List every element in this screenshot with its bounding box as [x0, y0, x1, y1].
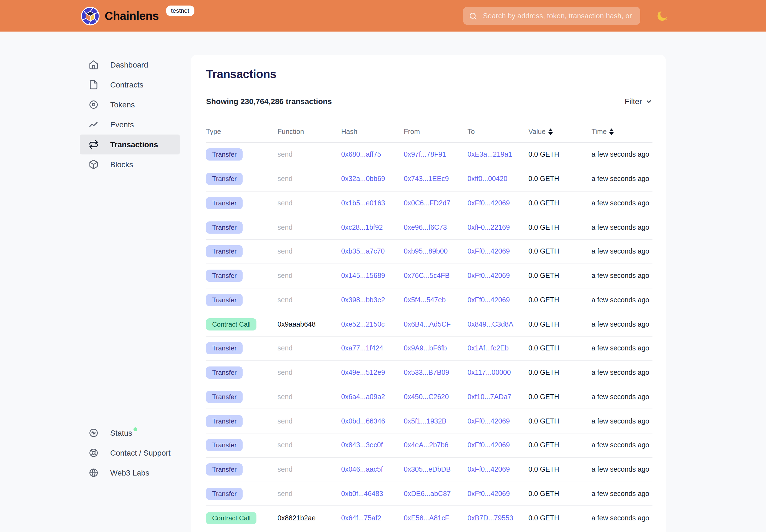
function-cell: send: [277, 345, 341, 352]
time-cell: a few seconds ago: [592, 175, 653, 183]
transaction-row: Contract Call 0x9aaab648 0xe52...2150c 0…: [206, 313, 653, 337]
to-address-link[interactable]: 0xFf0...42069: [468, 490, 528, 498]
hash-link[interactable]: 0x32a...0bb69: [341, 175, 404, 183]
search-icon: [469, 11, 478, 20]
sidebar-item-label: Tokens: [110, 100, 135, 109]
hash-link[interactable]: 0x046...aac5f: [341, 466, 404, 473]
sidebar-item-blocks[interactable]: Blocks: [80, 154, 180, 174]
to-address-link[interactable]: 0x117...00000: [468, 369, 528, 376]
column-header-to: To: [468, 128, 528, 135]
to-address-link[interactable]: 0xFf0...42069: [468, 466, 528, 473]
transactions-table-body: Transfer send 0x680...aff75 0x97f...78F9…: [206, 143, 653, 530]
from-address-link[interactable]: 0x9A9...bF6fb: [404, 345, 468, 352]
from-address-link[interactable]: 0x6B4...Ad5CF: [404, 320, 468, 328]
hash-link[interactable]: 0x145...15689: [341, 272, 404, 280]
hash-link[interactable]: 0xb0f...46483: [341, 490, 404, 498]
column-header-time[interactable]: Time: [592, 128, 653, 135]
theme-toggle[interactable]: [656, 9, 669, 23]
to-address-link[interactable]: 0xFf0...42069: [468, 272, 528, 280]
transaction-row: Transfer send 0xa77...1f424 0x9A9...bF6f…: [206, 337, 653, 361]
sidebar-item-events[interactable]: Events: [80, 115, 180, 135]
function-cell: send: [277, 466, 341, 473]
to-address-link[interactable]: 0xFf0...42069: [468, 199, 528, 207]
to-address-link[interactable]: 0xff0...00420: [468, 175, 528, 183]
sidebar-item-web3-labs[interactable]: Web3 Labs: [80, 463, 180, 483]
sort-icon[interactable]: [548, 128, 553, 135]
time-cell: a few seconds ago: [592, 417, 653, 425]
from-address-link[interactable]: 0xb95...89b00: [404, 248, 468, 255]
brand-area[interactable]: Chainlens testnet: [81, 0, 194, 32]
hash-link[interactable]: 0x398...bb3e2: [341, 296, 404, 304]
from-address-link[interactable]: 0x305...eDbDB: [404, 466, 468, 473]
hash-link[interactable]: 0x49e...512e9: [341, 369, 404, 376]
to-address-link[interactable]: 0xFf0...42069: [468, 441, 528, 449]
to-address-link[interactable]: 0xf10...7ADa7: [468, 393, 528, 401]
function-cell: send: [277, 175, 341, 183]
sidebar-item-dashboard[interactable]: Dashboard: [80, 55, 180, 75]
type-badge: Transfer: [206, 366, 242, 379]
from-address-link[interactable]: 0x5f1...1932B: [404, 417, 468, 425]
hash-link[interactable]: 0xa77...1f424: [341, 345, 404, 352]
from-address-link[interactable]: 0x76C...5c4FB: [404, 272, 468, 280]
search-input[interactable]: [482, 11, 635, 20]
filter-button[interactable]: Filter: [625, 97, 653, 106]
time-cell: a few seconds ago: [592, 296, 653, 304]
type-badge: Transfer: [206, 415, 242, 427]
function-cell: send: [277, 296, 341, 304]
from-address-link[interactable]: 0x0C6...FD2d7: [404, 199, 468, 207]
column-header-value[interactable]: Value: [528, 128, 592, 135]
from-address-link[interactable]: 0x5f4...547eb: [404, 296, 468, 304]
from-address-link[interactable]: 0xDE6...abC87: [404, 490, 468, 498]
to-address-link[interactable]: 0xFf0...42069: [468, 417, 528, 425]
hash-link[interactable]: 0x680...aff75: [341, 151, 404, 159]
to-address-link[interactable]: 0x849...C3d8A: [468, 320, 528, 328]
to-address-link[interactable]: 0xB7D...79553: [468, 514, 528, 522]
to-address-link[interactable]: 0xE3a...219a1: [468, 151, 528, 159]
from-address-link[interactable]: 0x4eA...2b7b6: [404, 441, 468, 449]
value-cell: 0.0 GETH: [528, 272, 592, 280]
hash-link[interactable]: 0x64f...75af2: [341, 514, 404, 522]
hash-link[interactable]: 0x843...3ec0f: [341, 441, 404, 449]
value-cell: 0.0 GETH: [528, 320, 592, 328]
to-address-link[interactable]: 0xFf0...42069: [468, 296, 528, 304]
hash-link[interactable]: 0x1b5...e0163: [341, 199, 404, 207]
transaction-row: Transfer send 0x6a4...a09a2 0x450...C262…: [206, 385, 653, 409]
to-address-link[interactable]: 0xfF0...22169: [468, 223, 528, 231]
to-address-link[interactable]: 0x1Af...fc2Eb: [468, 345, 528, 352]
hash-link[interactable]: 0x6a4...a09a2: [341, 393, 404, 401]
hash-link[interactable]: 0xc28...1bf92: [341, 223, 404, 231]
from-address-link[interactable]: 0xE58...A81cF: [404, 514, 468, 522]
sidebar-item-contracts[interactable]: Contracts: [80, 75, 180, 95]
time-cell: a few seconds ago: [592, 223, 653, 231]
filter-label: Filter: [625, 97, 642, 106]
hash-link[interactable]: 0xb35...a7c70: [341, 248, 404, 255]
sort-icon[interactable]: [610, 128, 614, 135]
sidebar-item-status[interactable]: Status: [80, 423, 180, 443]
from-address-link[interactable]: 0x533...B7B09: [404, 369, 468, 376]
lifebuoy-icon: [89, 448, 99, 458]
value-cell: 0.0 GETH: [528, 490, 592, 498]
transaction-row: Transfer send 0x145...15689 0x76C...5c4F…: [206, 264, 653, 288]
transaction-row: Transfer send 0x1b5...e0163 0x0C6...FD2d…: [206, 191, 653, 216]
hash-link[interactable]: 0x0bd...66346: [341, 417, 404, 425]
time-cell: a few seconds ago: [592, 441, 653, 449]
sidebar-item-contact-support[interactable]: Contact / Support: [80, 443, 180, 463]
from-address-link[interactable]: 0x450...C2620: [404, 393, 468, 401]
from-address-link[interactable]: 0x97f...78F91: [404, 151, 468, 159]
type-badge: Transfer: [206, 488, 242, 500]
search-bar[interactable]: [463, 7, 640, 25]
value-cell: 0.0 GETH: [528, 466, 592, 473]
page-title: Transactions: [206, 67, 653, 81]
type-badge: Transfer: [206, 173, 242, 185]
sidebar-item-label: Contracts: [110, 80, 143, 89]
column-header-hash: Hash: [341, 128, 404, 135]
sidebar-item-transactions[interactable]: Transactions: [80, 135, 180, 154]
sidebar-item-tokens[interactable]: Tokens: [80, 95, 180, 115]
type-badge: Transfer: [206, 270, 242, 282]
type-badge: Transfer: [206, 391, 242, 403]
from-address-link[interactable]: 0xe96...f6C73: [404, 223, 468, 231]
hash-link[interactable]: 0xe52...2150c: [341, 320, 404, 328]
to-address-link[interactable]: 0xFf0...42069: [468, 248, 528, 255]
from-address-link[interactable]: 0x743...1EEc9: [404, 175, 468, 183]
moon-icon: [656, 9, 669, 23]
